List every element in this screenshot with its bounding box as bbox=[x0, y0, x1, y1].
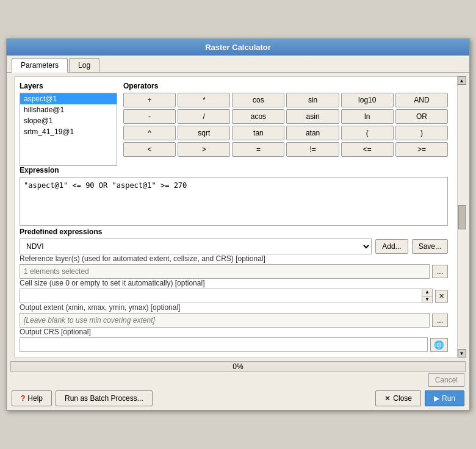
cell-size-row: 0.000000 ▲ ▼ ✕ bbox=[20, 289, 448, 303]
scroll-up-button[interactable]: ▲ bbox=[458, 76, 466, 85]
dialog-content: Layers aspect@1 hillshade@1 slope@1 srtm… bbox=[14, 76, 462, 357]
scrollbar[interactable]: ▲ ▼ bbox=[457, 76, 466, 357]
output-crs-row: 🌐 bbox=[20, 337, 448, 352]
operator-button-asin[interactable]: asin bbox=[286, 109, 339, 124]
operator-button-ln[interactable]: ln bbox=[341, 109, 394, 124]
layer-item-srtm41[interactable]: srtm_41_19@1 bbox=[20, 126, 117, 137]
cell-size-input[interactable]: 0.000000 bbox=[20, 289, 422, 303]
batch-button[interactable]: Run as Batch Process... bbox=[56, 390, 153, 406]
output-crs-select[interactable] bbox=[20, 337, 428, 352]
dialog-titlebar: Raster Calculator bbox=[7, 39, 469, 56]
run-button[interactable]: ▶ Run bbox=[425, 390, 464, 406]
output-extent-section: Output extent (xmin, xmax, ymin, ymax) [… bbox=[20, 303, 448, 328]
operator-button-_[interactable]: ) bbox=[395, 126, 448, 140]
close-button[interactable]: ✕ Close bbox=[375, 390, 421, 406]
scroll-down-button[interactable]: ▼ bbox=[458, 349, 466, 357]
cell-size-spin-down[interactable]: ▼ bbox=[422, 296, 432, 303]
operator-button-_[interactable]: > bbox=[178, 142, 230, 157]
raster-calculator-dialog: Raster Calculator Parameters Log Layers … bbox=[6, 38, 470, 411]
progress-bar-container: 0% bbox=[10, 361, 466, 372]
tab-log[interactable]: Log bbox=[69, 58, 99, 72]
reference-layer-label: Reference layer(s) (used for automated e… bbox=[20, 254, 448, 263]
expression-label: Expression bbox=[20, 166, 448, 174]
predefined-save-button[interactable]: Save... bbox=[412, 239, 448, 254]
operator-button-OR[interactable]: OR bbox=[395, 109, 448, 124]
predefined-select[interactable]: NDVI bbox=[20, 239, 372, 254]
bottom-left-buttons: ? Help Run as Batch Process... bbox=[12, 390, 153, 406]
tabs-bar: Parameters Log bbox=[7, 56, 469, 73]
bottom-right-buttons: ✕ Close ▶ Run bbox=[375, 390, 464, 406]
operator-button-_[interactable]: < bbox=[123, 142, 176, 157]
reference-layer-section: Reference layer(s) (used for automated e… bbox=[20, 254, 448, 279]
layers-panel: Layers aspect@1 hillshade@1 slope@1 srtm… bbox=[20, 82, 117, 166]
output-crs-section: Output CRS [optional] 🌐 bbox=[20, 328, 448, 352]
operator-button-__[interactable]: >= bbox=[395, 142, 448, 157]
cell-size-label: Cell size (use 0 or empty to set it auto… bbox=[20, 279, 448, 287]
expression-section: Expression "aspect@1" <= 90 OR "aspect@1… bbox=[20, 166, 448, 228]
help-button[interactable]: ? Help bbox=[12, 390, 52, 406]
layer-item-aspect1[interactable]: aspect@1 bbox=[20, 93, 117, 104]
operator-button-_[interactable]: + bbox=[123, 93, 176, 107]
operator-button-_[interactable]: * bbox=[178, 93, 230, 107]
reference-layer-ellipsis-button[interactable]: ... bbox=[432, 265, 448, 278]
tab-parameters[interactable]: Parameters bbox=[12, 58, 68, 73]
operators-panel: Operators +*cossinlog10AND-/acosasinlnOR… bbox=[123, 82, 448, 166]
operators-header: Operators bbox=[123, 82, 448, 90]
operator-button-sqrt[interactable]: sqrt bbox=[178, 126, 230, 140]
output-extent-input[interactable] bbox=[20, 313, 430, 328]
cancel-button-inline[interactable]: Cancel bbox=[428, 373, 464, 387]
help-icon: ? bbox=[21, 394, 25, 403]
layer-item-slope1[interactable]: slope@1 bbox=[20, 115, 117, 126]
operators-grid: +*cossinlog10AND-/acosasinlnOR^sqrttanat… bbox=[123, 93, 448, 157]
close-x-icon: ✕ bbox=[384, 394, 391, 403]
operator-button-tan[interactable]: tan bbox=[232, 126, 284, 140]
operator-button-__[interactable]: <= bbox=[341, 142, 394, 157]
predefined-label: Predefined expressions bbox=[20, 228, 448, 236]
output-extent-row: ... bbox=[20, 313, 448, 328]
output-extent-label: Output extent (xmin, xmax, ymin, ymax) [… bbox=[20, 303, 448, 312]
operator-button-acos[interactable]: acos bbox=[232, 109, 284, 124]
output-crs-label: Output CRS [optional] bbox=[20, 328, 448, 336]
dialog-title: Raster Calculator bbox=[205, 43, 271, 52]
predefined-section: Predefined expressions NDVI Add... Save.… bbox=[20, 228, 448, 254]
reference-layer-row: ... bbox=[20, 264, 448, 279]
operator-button-_[interactable]: - bbox=[123, 109, 176, 124]
operator-button-atan[interactable]: atan bbox=[286, 126, 339, 140]
operator-button-_[interactable]: / bbox=[178, 109, 230, 124]
operator-button-cos[interactable]: cos bbox=[232, 93, 284, 107]
cell-size-spin-up[interactable]: ▲ bbox=[422, 289, 432, 296]
reference-layer-input[interactable] bbox=[20, 264, 430, 279]
cell-size-section: Cell size (use 0 or empty to set it auto… bbox=[20, 279, 448, 303]
run-arrow-icon: ▶ bbox=[434, 394, 439, 403]
operator-button-AND[interactable]: AND bbox=[395, 93, 448, 107]
output-extent-ellipsis-button[interactable]: ... bbox=[432, 314, 448, 327]
globe-icon: 🌐 bbox=[434, 340, 444, 350]
operator-button-__[interactable]: != bbox=[286, 142, 339, 157]
cell-size-spin-wrapper: 0.000000 ▲ ▼ bbox=[20, 289, 433, 303]
bottom-bar: ? Help Run as Batch Process... ✕ Close ▶… bbox=[7, 387, 469, 410]
predefined-row: NDVI Add... Save... bbox=[20, 239, 448, 254]
operator-button-_[interactable]: ( bbox=[341, 126, 394, 140]
scroll-thumb[interactable] bbox=[458, 205, 466, 229]
predefined-add-button[interactable]: Add... bbox=[375, 239, 408, 254]
expression-input[interactable]: "aspect@1" <= 90 OR "aspect@1" >= 270 bbox=[20, 177, 448, 226]
operator-button-sin[interactable]: sin bbox=[286, 93, 339, 107]
layer-item-hillshade1[interactable]: hillshade@1 bbox=[20, 104, 117, 115]
progress-text: 0% bbox=[11, 362, 465, 371]
layers-header: Layers bbox=[20, 82, 117, 90]
operator-button-_[interactable]: ^ bbox=[123, 126, 176, 140]
operator-button-log10[interactable]: log10 bbox=[341, 93, 394, 107]
cell-size-clear-button[interactable]: ✕ bbox=[435, 290, 448, 303]
layers-list[interactable]: aspect@1 hillshade@1 slope@1 srtm_41_19@… bbox=[20, 93, 117, 166]
top-section: Layers aspect@1 hillshade@1 slope@1 srtm… bbox=[20, 82, 448, 166]
output-crs-globe-button[interactable]: 🌐 bbox=[430, 338, 448, 352]
operator-button-_[interactable]: = bbox=[232, 142, 284, 157]
